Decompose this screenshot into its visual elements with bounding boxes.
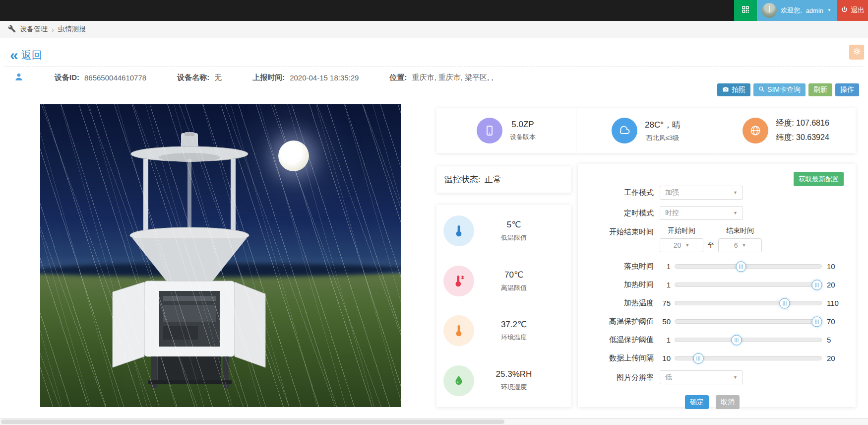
logout-button[interactable]: 退出 <box>837 0 868 21</box>
user-menu[interactable]: 欢迎您, admin ▼ <box>757 0 837 21</box>
slider-track[interactable] <box>675 301 822 305</box>
welcome-text: 欢迎您, <box>781 6 802 15</box>
chevron-down-icon: ▼ <box>827 8 831 12</box>
refresh-button[interactable]: 刷新 <box>808 83 832 96</box>
device-info-row: 设备ID: 865650044610778 设备名称: 无 上报时间: 2020… <box>14 72 494 83</box>
device-name-label: 设备名称: <box>177 73 209 82</box>
humidity-label: 环境湿度 <box>474 383 554 392</box>
device-config-panel: 获取最新配置 工作模式 加强 ▼ 定时模式 时控 ▼ 开始结束时间 开始时间 结… <box>578 164 856 407</box>
dashed-divider <box>5 66 863 67</box>
temp-control-status-label: 温控状态: <box>444 174 481 185</box>
device-photo <box>40 104 401 407</box>
sim-query-button[interactable]: SIM卡查询 <box>753 83 806 96</box>
breadcrumb-item-pest-report: 虫情测报 <box>58 25 86 34</box>
settings-gear-button[interactable] <box>849 45 864 60</box>
fetch-latest-config-button[interactable]: 获取最新配置 <box>794 172 844 186</box>
high-temp-limit-value: 70℃ <box>474 270 554 280</box>
breadcrumb-separator: › <box>52 25 54 34</box>
humidity-row: 25.3%RH 环境湿度 <box>436 365 571 396</box>
end-time-select[interactable]: 6 ▼ <box>718 238 762 252</box>
timer-mode-select[interactable]: 时控 ▼ <box>660 206 743 220</box>
high-temp-limit-row: 70℃ 高温限值 <box>436 266 571 296</box>
top-navbar: 欢迎您, admin ▼ 退出 <box>0 0 868 21</box>
report-time-value: 2020-04-15 18:35:29 <box>290 73 359 82</box>
person-icon <box>14 72 24 83</box>
location-field: 位置: 重庆市, 重庆市, 梁平区, , <box>389 73 493 82</box>
refresh-label: 刷新 <box>813 85 827 94</box>
slider-track[interactable] <box>675 283 822 287</box>
high-temp-protect-row: 高温保护阈值 50 70 <box>578 315 847 328</box>
chevron-down-icon: ▼ <box>742 243 746 248</box>
pest-trap-device <box>84 132 297 390</box>
slider-track[interactable] <box>675 319 822 324</box>
slider-max: 5 <box>827 336 847 344</box>
heating-time-row: 加热时间 1 20 <box>578 279 847 291</box>
breadcrumb-item-device-mgmt[interactable]: 设备管理 <box>20 25 48 34</box>
location-label: 位置: <box>389 73 407 82</box>
resolution-value: 低 <box>665 373 672 382</box>
ambient-temp-row: 37.2℃ 环境温度 <box>436 315 571 346</box>
chevron-down-icon: ▼ <box>733 211 738 215</box>
humidity-drop-icon <box>443 365 474 396</box>
device-name-field: 设备名称: 无 <box>177 73 222 82</box>
slider-handle[interactable] <box>731 335 742 345</box>
work-mode-label: 工作模式 <box>578 188 660 198</box>
breadcrumb: 设备管理 › 虫情测报 <box>0 21 868 38</box>
timer-mode-row: 定时模式 时控 ▼ <box>578 206 847 220</box>
temp-control-status-card: 温控状态: 正常 <box>436 166 571 193</box>
horizontal-scrollbar[interactable] <box>0 418 868 425</box>
operate-button[interactable]: 操作 <box>835 83 859 96</box>
time-range-joiner: 至 <box>703 241 718 250</box>
qr-code-button[interactable] <box>734 0 757 21</box>
action-toolbar: 拍照 SIM卡查询 刷新 操作 <box>717 83 859 96</box>
slider-max: 20 <box>827 281 847 289</box>
slider-track[interactable] <box>675 338 822 342</box>
slider-handle[interactable] <box>780 298 790 308</box>
slider-label: 加热时间 <box>578 280 660 289</box>
work-mode-value: 加强 <box>665 188 679 197</box>
temp-control-status-value: 正常 <box>485 174 501 185</box>
location-value: 重庆市, 重庆市, 梁平区, , <box>412 73 493 82</box>
slider-min: 1 <box>660 336 675 344</box>
slider-handle[interactable] <box>693 353 704 363</box>
slider-track[interactable] <box>675 356 822 360</box>
humidity-value: 25.3%RH <box>474 369 554 379</box>
back-button[interactable]: « 返回 <box>10 48 42 63</box>
time-range-row: 开始结束时间 开始时间 结束时间 20 ▼ 至 6 ▼ <box>578 226 847 252</box>
low-temp-limit-value: 5℃ <box>474 219 554 230</box>
username: admin <box>806 7 823 14</box>
time-range-label: 开始结束时间 <box>578 227 660 237</box>
work-mode-select[interactable]: 加强 ▼ <box>660 186 743 200</box>
slider-handle[interactable] <box>736 261 746 272</box>
weather-card: 28C°，晴 西北风≤3级 <box>576 108 716 153</box>
slider-min: 1 <box>660 262 675 271</box>
chevron-down-icon: ▼ <box>733 190 738 195</box>
photo-button[interactable]: 拍照 <box>717 83 750 96</box>
slider-handle[interactable] <box>812 316 822 327</box>
resolution-select[interactable]: 低 ▼ <box>660 370 743 384</box>
ambient-temp-label: 环境温度 <box>474 333 554 342</box>
resolution-label: 图片分辨率 <box>578 373 660 382</box>
double-chevron-left-icon: « <box>10 48 17 63</box>
search-icon <box>758 86 765 94</box>
slider-label: 落虫时间 <box>578 262 660 271</box>
cancel-button[interactable]: 取消 <box>716 395 740 409</box>
slider-track[interactable] <box>675 264 822 269</box>
work-mode-row: 工作模式 加强 ▼ <box>578 186 847 200</box>
gear-icon <box>853 47 861 58</box>
device-version-card: 5.0ZP 设备版本 <box>436 108 576 153</box>
weather-value: 28C°，晴 <box>645 119 681 131</box>
power-icon <box>841 6 848 15</box>
timer-mode-value: 时控 <box>665 209 679 217</box>
end-time-header: 结束时间 <box>718 226 762 235</box>
device-name-value: 无 <box>214 73 222 82</box>
start-time-select[interactable]: 20 ▼ <box>660 238 703 252</box>
slider-handle[interactable] <box>812 280 822 290</box>
chevron-down-icon: ▼ <box>733 375 738 380</box>
confirm-button[interactable]: 确定 <box>685 395 709 409</box>
device-id-label: 设备ID: <box>55 73 79 82</box>
device-id-field: 设备ID: 865650044610778 <box>55 73 146 82</box>
globe-icon <box>743 118 768 143</box>
phone-icon <box>477 118 502 143</box>
scrollbar-thumb[interactable] <box>1 420 504 424</box>
